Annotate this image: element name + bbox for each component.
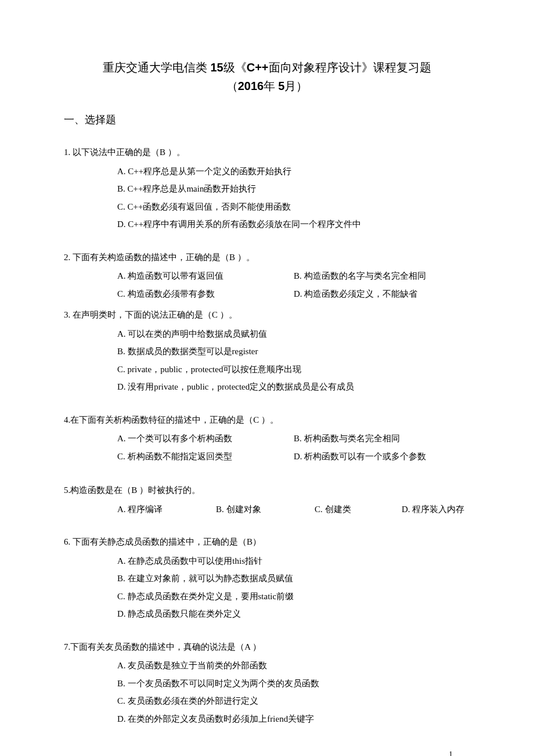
question-options: A. 一个类可以有多个析构函数 C. 析构函数不能指定返回类型 B. 析构函数与…	[64, 430, 470, 466]
title-text: 级《	[223, 61, 247, 74]
option-d: D. C++程序中有调用关系的所有函数必须放在同一个程序文件中	[117, 216, 470, 233]
section-heading: 一、选择题	[64, 113, 470, 127]
option-b: B. 构造函数的名字与类名完全相同	[294, 268, 470, 285]
question-stem: 2. 下面有关构造函数的描述中，正确的是（B ）。	[64, 249, 470, 266]
question-1: 1. 以下说法中正确的是（B ）。 A. C++程序总是从第一个定义的函数开始执…	[64, 144, 470, 233]
option-c: C. 静态成员函数在类外定义是，要用static前缀	[117, 588, 470, 605]
question-5: 5.构造函数是在（B ）时被执行的。 A. 程序编译 B. 创建对象 C. 创建…	[64, 482, 470, 517]
option-b: B. 数据成员的数据类型可以是register	[117, 343, 470, 360]
options-col-right: B. 析构函数与类名完全相同 D. 析构函数可以有一个或多个参数	[294, 430, 470, 466]
question-stem: 3. 在声明类时，下面的说法正确的是（C ）。	[64, 307, 470, 323]
title-text: 月）	[284, 80, 308, 92]
question-7: 7.下面有关友员函数的描述中，真确的说法是（A ） A. 友员函数是独立于当前类…	[64, 639, 470, 728]
option-a: A. C++程序总是从第一个定义的函数开始执行	[117, 163, 470, 180]
question-options: A. 构造函数可以带有返回值 C. 构造函数必须带有参数 B. 构造函数的名字与…	[64, 268, 470, 303]
exam-page: 重庆交通大学电信类 15级《C++面向对象程序设计》课程复习题 （2016年 5…	[0, 0, 534, 756]
question-stem: 5.构造函数是在（B ）时被执行的。	[64, 482, 470, 499]
question-stem: 4.在下面有关析构函数特征的描述中，正确的是（C ）。	[64, 412, 470, 429]
option-c: C. private，public，protected可以按任意顺序出现	[117, 361, 470, 378]
option-d: D. 程序装入内存	[402, 501, 464, 518]
question-stem: 1. 以下说法中正确的是（B ）。	[64, 144, 470, 161]
question-options: A. 在静态成员函数中可以使用this指针 B. 在建立对象前，就可以为静态数据…	[64, 553, 470, 622]
option-a: A. 一个类可以有多个析构函数	[117, 430, 294, 447]
option-a: A. 构造函数可以带有返回值	[117, 268, 294, 285]
question-options: A. 可以在类的声明中给数据成员赋初值 B. 数据成员的数据类型可以是regis…	[64, 326, 470, 395]
option-c: C. 构造函数必须带有参数	[117, 286, 294, 303]
option-c: C. 析构函数不能指定返回类型	[117, 448, 294, 465]
title-text: 年	[264, 80, 278, 92]
title-bold: 2016	[238, 80, 264, 92]
option-a: A. 可以在类的声明中给数据成员赋初值	[117, 326, 470, 343]
option-b: B. 析构函数与类名完全相同	[294, 430, 470, 447]
question-2: 2. 下面有关构造函数的描述中，正确的是（B ）。 A. 构造函数可以带有返回值…	[64, 249, 470, 304]
option-c: C. 创建类	[315, 501, 384, 518]
question-stem: 7.下面有关友员函数的描述中，真确的说法是（A ）	[64, 639, 470, 656]
question-stem: 6. 下面有关静态成员函数的描述中，正确的是（B）	[64, 534, 470, 550]
option-d: D. 构造函数必须定义，不能缺省	[294, 286, 470, 303]
title-bold: 5	[278, 80, 284, 92]
page-title: 重庆交通大学电信类 15级《C++面向对象程序设计》课程复习题 （2016年 5…	[64, 58, 470, 95]
title-line-2: （2016年 5月）	[64, 77, 470, 95]
question-options: A. 友员函数是独立于当前类的外部函数 B. 一个友员函数不可以同时定义为两个类…	[64, 657, 470, 727]
option-a: A. 友员函数是独立于当前类的外部函数	[117, 657, 470, 674]
option-d: D. 静态成员函数只能在类外定义	[117, 606, 470, 622]
question-options: A. 程序编译 B. 创建对象 C. 创建类 D. 程序装入内存	[64, 501, 470, 518]
option-d: D. 在类的外部定义友员函数时必须加上friend关键字	[117, 711, 470, 728]
title-text: 重庆交通大学电信类	[103, 61, 210, 74]
title-line-1: 重庆交通大学电信类 15级《C++面向对象程序设计》课程复习题	[64, 58, 470, 77]
option-a: A. 程序编译	[117, 501, 199, 518]
question-6: 6. 下面有关静态成员函数的描述中，正确的是（B） A. 在静态成员函数中可以使…	[64, 534, 470, 622]
option-b: B. 在建立对象前，就可以为静态数据成员赋值	[117, 570, 470, 587]
question-3: 3. 在声明类时，下面的说法正确的是（C ）。 A. 可以在类的声明中给数据成员…	[64, 307, 470, 395]
title-bold: C++	[247, 61, 269, 74]
option-b: B. C++程序总是从main函数开始执行	[117, 181, 470, 197]
options-col-left: A. 一个类可以有多个析构函数 C. 析构函数不能指定返回类型	[117, 430, 294, 466]
option-b: B. 一个友员函数不可以同时定义为两个类的友员函数	[117, 675, 470, 692]
option-d: D. 析构函数可以有一个或多个参数	[294, 448, 470, 465]
option-a: A. 在静态成员函数中可以使用this指针	[117, 553, 470, 570]
question-options: A. C++程序总是从第一个定义的函数开始执行 B. C++程序总是从main函…	[64, 163, 470, 233]
option-b: B. 创建对象	[216, 501, 297, 518]
title-bold: 15	[210, 61, 223, 74]
question-4: 4.在下面有关析构函数特征的描述中，正确的是（C ）。 A. 一个类可以有多个析…	[64, 412, 470, 466]
option-d: D. 没有用private，public，protected定义的数据成员是公有…	[117, 379, 470, 395]
option-c: C. 友员函数必须在类的外部进行定义	[117, 693, 470, 710]
option-c: C. C++函数必须有返回值，否则不能使用函数	[117, 199, 470, 215]
options-col-right: B. 构造函数的名字与类名完全相同 D. 构造函数必须定义，不能缺省	[294, 268, 470, 303]
page-number: 1	[64, 750, 470, 756]
options-col-left: A. 构造函数可以带有返回值 C. 构造函数必须带有参数	[117, 268, 294, 303]
title-text: 面向对象程序设计》课程复习题	[269, 61, 431, 74]
title-text: （	[226, 80, 238, 92]
